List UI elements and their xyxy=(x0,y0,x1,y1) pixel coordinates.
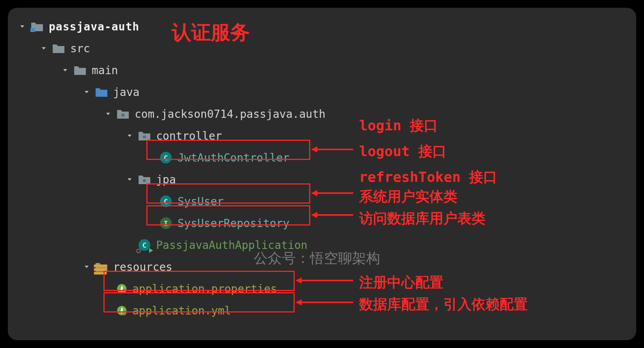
chevron-down-icon xyxy=(125,176,134,183)
svg-marker-13 xyxy=(311,146,317,153)
tree-row-java[interactable]: java xyxy=(18,81,626,103)
package-folder-icon xyxy=(137,172,151,186)
chevron-down-icon xyxy=(82,263,91,271)
svg-rect-5 xyxy=(94,265,107,267)
annotation-appyml: 数据库配置，引入依赖配置 xyxy=(359,295,528,314)
folder-icon xyxy=(52,41,66,55)
annotation-logout: logout 接口 xyxy=(359,142,447,161)
svg-rect-0 xyxy=(30,28,35,32)
class-icon: C xyxy=(159,151,173,165)
arrow-icon xyxy=(295,297,357,308)
annotation-title: 认证服务 xyxy=(172,20,250,46)
tree-label-java: java xyxy=(113,86,139,99)
svg-marker-15 xyxy=(311,190,317,196)
class-icon: C xyxy=(159,194,173,208)
project-tree-panel: passjava-auth src main java xyxy=(8,8,636,340)
folder-icon xyxy=(73,63,87,77)
annotation-appprops: 注册中心配置 xyxy=(359,273,443,292)
tree-label-appprops: application.properties xyxy=(132,282,277,295)
annotation-refreshtoken: refreshToken 接口 xyxy=(359,168,497,187)
tree-row-main[interactable]: main xyxy=(18,59,626,81)
svg-point-2 xyxy=(143,135,146,138)
interface-icon: I xyxy=(159,216,173,230)
tree-label-package: com.jackson0714.passjava.auth xyxy=(135,108,326,121)
svg-marker-19 xyxy=(295,277,302,284)
arrow-icon xyxy=(310,187,357,199)
spring-config-icon xyxy=(116,305,128,316)
svg-rect-6 xyxy=(94,268,107,271)
svg-marker-21 xyxy=(295,299,302,305)
annotation-login: login 接口 xyxy=(359,116,438,135)
tree-label-sysuser: SysUser xyxy=(178,195,224,208)
chevron-down-icon xyxy=(125,132,134,140)
tree-row-src[interactable]: src xyxy=(18,37,626,59)
tree-label-main: main xyxy=(92,64,118,77)
resources-folder-icon xyxy=(94,260,109,274)
svg-marker-17 xyxy=(311,212,317,218)
watermark-text: 公众号：悟空聊架构 xyxy=(254,249,380,268)
svg-point-3 xyxy=(143,179,146,182)
annotation-sysuser: 系统用户实体类 xyxy=(359,187,457,206)
tree-label-resources: resources xyxy=(113,261,173,273)
module-folder-icon xyxy=(30,20,44,34)
arrow-icon xyxy=(295,275,357,286)
svg-rect-7 xyxy=(94,272,107,275)
package-folder-icon xyxy=(116,107,130,121)
tree-row-root[interactable]: passjava-auth xyxy=(18,16,626,37)
arrow-icon xyxy=(310,144,357,155)
tree-label-jpa: jpa xyxy=(156,173,176,186)
annotation-sysuserrepo: 访问数据库用户表类 xyxy=(359,209,486,228)
svg-point-1 xyxy=(121,114,125,117)
chevron-down-icon xyxy=(60,66,70,74)
tree-row-package[interactable]: com.jackson0714.passjava.auth xyxy=(18,103,626,125)
tree-label-appyml: application.yml xyxy=(132,304,231,317)
tree-label-jwtauthcontroller: JwtAuthController xyxy=(178,151,290,164)
tree-label-root: passjava-auth xyxy=(49,20,139,33)
source-folder-icon xyxy=(94,85,109,99)
tree-label-controller: controller xyxy=(156,130,222,142)
spring-config-icon xyxy=(116,283,128,295)
chevron-down-icon xyxy=(18,23,27,30)
tree-label-sysuserrepo: SysUserRepository xyxy=(178,217,290,230)
runnable-class-icon: C xyxy=(137,238,151,252)
package-folder-icon xyxy=(137,129,151,143)
arrow-icon xyxy=(310,209,357,221)
tree-label-src: src xyxy=(70,42,90,55)
svg-point-4 xyxy=(137,249,140,252)
chevron-down-icon xyxy=(39,44,48,52)
chevron-down-icon xyxy=(82,88,91,96)
chevron-down-icon xyxy=(103,110,113,118)
